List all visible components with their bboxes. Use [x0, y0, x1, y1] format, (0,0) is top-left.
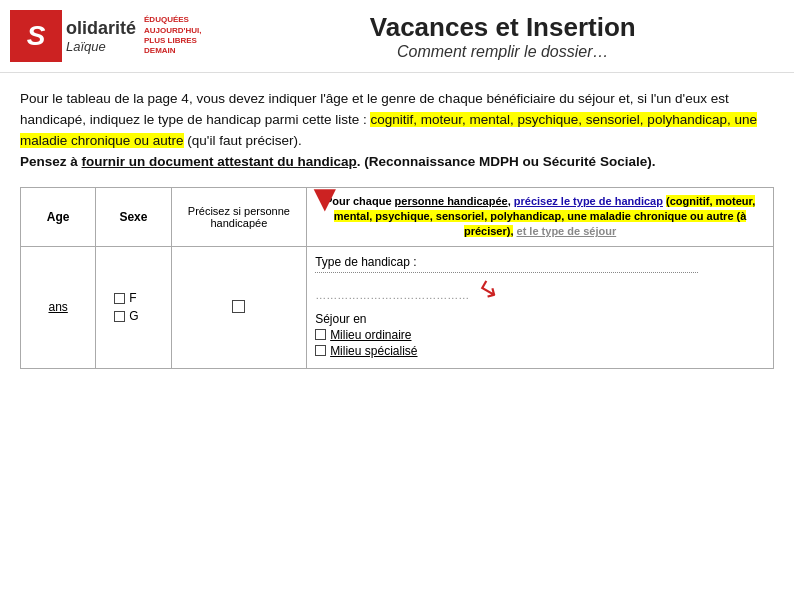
col-header-info: Pour chaque personne handicapée, précise…: [307, 187, 774, 246]
cell-sexe: F G: [96, 246, 171, 368]
pensez-text: Pensez à fournir un document attestant d…: [20, 154, 655, 169]
milieu-specialise-checkbox[interactable]: [315, 345, 326, 356]
sejour-label: Séjour en: [315, 312, 366, 326]
arrow-curved-icon: ↵: [470, 271, 505, 309]
sexe-checkboxes: F G: [104, 291, 162, 323]
cell-type-info: Type de handicap : …………………………………… ↵ Séjo…: [307, 246, 774, 368]
logo-tagline: ÉDUQUÉES AUJOURD'HUI, PLUS LIBRES DEMAIN: [144, 15, 201, 57]
info-personne-bold: personne handicapée: [395, 195, 508, 207]
main-content: Pour le tableau de la page 4, vous devez…: [0, 73, 794, 385]
checkbox-g[interactable]: [114, 311, 125, 322]
header: S olidarité Laïque ÉDUQUÉES AUJOURD'HUI,…: [0, 0, 794, 73]
org-name-solid: olidarité: [66, 18, 136, 39]
attestant-text: fournir un document attestant du handica…: [82, 154, 357, 169]
info-type-sejour: et le type de séjour: [517, 225, 617, 237]
col-header-sexe: Sexe: [96, 187, 171, 246]
handicap-checkbox[interactable]: [232, 300, 245, 313]
info-pour-chaque: Pour chaque: [325, 195, 395, 207]
dotted-dots: ……………………………………: [315, 289, 469, 301]
checkbox-f-row: F: [114, 291, 136, 305]
milieu-ordinaire-label: Milieu ordinaire: [330, 328, 411, 342]
checkbox-g-row: G: [114, 309, 138, 323]
beneficiary-table: Age Sexe Précisez si personne handicapée…: [20, 187, 774, 369]
info-text-top: Pour chaque personne handicapée, précise…: [315, 194, 765, 240]
age-ans: ans: [48, 300, 67, 314]
logo-area: S olidarité Laïque ÉDUQUÉES AUJOURD'HUI,…: [10, 10, 201, 62]
label-f: F: [129, 291, 136, 305]
title-area: Vacances et Insertion Comment remplir le…: [231, 12, 774, 61]
sub-title: Comment remplir le dossier…: [231, 43, 774, 61]
intro-paragraph: Pour le tableau de la page 4, vous devez…: [20, 89, 774, 173]
logo-red-box: S: [10, 10, 62, 62]
table-data-row: ans F G: [21, 246, 774, 368]
highlight-list: cognitif, moteur, mental, psychique, sen…: [20, 112, 757, 148]
table-wrapper: ▼ Age Sexe Précisez si personne handicap…: [20, 187, 774, 369]
main-title: Vacances et Insertion: [231, 12, 774, 43]
col-header-handicap: Précisez si personne handicapée: [171, 187, 307, 246]
cell-age: ans: [21, 246, 96, 368]
table-header-row: Age Sexe Précisez si personne handicapée…: [21, 187, 774, 246]
logo-s-letter: S: [27, 20, 46, 52]
checkbox-f[interactable]: [114, 293, 125, 304]
col-header-age: Age: [21, 187, 96, 246]
type-handicap-label: Type de handicap :: [315, 255, 416, 269]
dotted-line-1: [315, 272, 697, 273]
sejour-section: Séjour en Milieu ordinaire Milieu spécia…: [315, 312, 765, 358]
milieu-ordinaire-checkbox[interactable]: [315, 329, 326, 340]
milieu-options: Milieu ordinaire Milieu spécialisé: [315, 328, 765, 358]
info-precisez-link: précisez le type de handicap: [514, 195, 663, 207]
cell-handicap-checkbox: [171, 246, 307, 368]
milieu-specialise-row: Milieu spécialisé: [315, 344, 765, 358]
org-qualifier: Laïque: [66, 39, 136, 54]
label-g: G: [129, 309, 138, 323]
milieu-specialise-label: Milieu spécialisé: [330, 344, 417, 358]
type-handicap-section: Type de handicap : …………………………………… ↵: [315, 255, 765, 306]
milieu-ordinaire-row: Milieu ordinaire: [315, 328, 765, 342]
